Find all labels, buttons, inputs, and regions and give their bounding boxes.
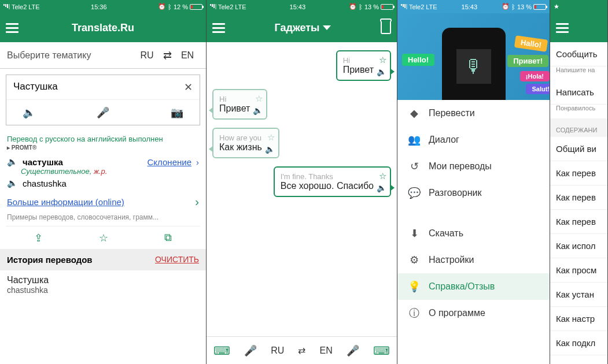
menu-about[interactable]: ⓘО программе <box>397 300 550 326</box>
menu-button[interactable] <box>212 23 225 33</box>
help-section-header: СОДЕРЖАНИ <box>550 118 607 137</box>
signal-icon <box>3 4 10 9</box>
declension-link[interactable]: Склонение <box>148 157 191 167</box>
share-icon[interactable]: ⇪ <box>34 232 43 244</box>
chat-bubble[interactable]: HiПривет☆🔈 <box>212 89 267 120</box>
speak-icon[interactable]: 🔈 <box>377 183 386 192</box>
hero-mic-icon: 🎙 <box>456 49 491 84</box>
signal-icon <box>401 4 407 9</box>
help-list: Сообщить Напишите на Написать Понравилос… <box>550 42 607 364</box>
favorite-icon[interactable]: ☆ <box>379 171 386 181</box>
bubble-translation: Привет <box>343 65 374 75</box>
chevron-down-icon[interactable] <box>323 25 331 30</box>
help-topic[interactable]: Как перев <box>550 185 607 210</box>
speak-icon[interactable]: 🔈 <box>377 67 386 76</box>
history-item[interactable]: Частушка chastushka <box>0 270 206 299</box>
menu-button[interactable] <box>6 23 19 33</box>
copy-icon[interactable]: ⧉ <box>164 232 172 244</box>
menu-translate[interactable]: ◆Перевести <box>397 100 550 127</box>
menu-phrasebook[interactable]: 💬Разговорник <box>397 180 550 206</box>
translate-icon: ◆ <box>408 107 421 120</box>
speak-headword-icon[interactable]: 🔈 <box>7 157 18 167</box>
bubble-translation: Все хорошо. Спасибо <box>281 181 374 191</box>
swap-lang-button[interactable]: ⇄ <box>298 345 305 356</box>
clear-input-button[interactable]: ✕ <box>184 81 193 94</box>
chat-bubble[interactable]: I'm fine. ThanksВсе хорошо. Спасибо☆🔈 <box>274 166 391 197</box>
dst-lang[interactable]: EN <box>320 346 333 356</box>
help-topic[interactable]: Как просм <box>550 258 607 283</box>
help-topic[interactable]: Как испол <box>550 234 607 258</box>
bluetooth-icon: ᛒ <box>168 3 172 10</box>
mic-right-icon[interactable]: 🎤 <box>347 344 359 357</box>
mic-icon[interactable]: 🎤 <box>97 106 109 119</box>
bubble-source: I'm fine. Thanks <box>281 172 374 181</box>
menu-history[interactable]: ↺Мои переводы <box>397 153 550 180</box>
src-lang[interactable]: RU <box>271 346 284 356</box>
help-topic[interactable]: Как перев <box>550 161 607 185</box>
history-query: Частушка <box>7 275 199 285</box>
promt-logo: ▸ PROMT® <box>0 144 206 154</box>
clock: 15:43 <box>290 3 306 10</box>
bubble-translation: Как жизнь <box>219 142 262 153</box>
status-bar: Tele2 LTE 15:36 ⏰ ᛒ 12 % <box>0 0 206 13</box>
status-bar: ★ <box>550 0 607 13</box>
battery-icon <box>190 4 202 10</box>
battery-icon <box>381 4 393 10</box>
speak-translit-icon[interactable]: 🔈 <box>7 178 18 188</box>
history-result: chastushka <box>7 285 199 295</box>
bubble-source: Hi <box>343 56 374 65</box>
topic-selector[interactable]: Выберите тематику <box>7 50 135 61</box>
target-lang[interactable]: EN <box>176 50 199 61</box>
dialog-icon: 👥 <box>408 133 421 146</box>
status-bar: Tele2 LTE 15:43 ⏰ᛒ 13 % <box>397 0 550 13</box>
help-topic[interactable]: Как подкл <box>550 331 607 355</box>
gender: ж.р. <box>94 167 107 176</box>
mic-left-icon[interactable]: 🎤 <box>244 344 257 357</box>
transliteration: chastushka <box>23 179 67 188</box>
signal-icon <box>210 4 216 9</box>
chat-bubble[interactable]: How are youКак жизнь☆🔈 <box>212 128 279 158</box>
source-lang[interactable]: RU <box>135 50 159 61</box>
camera-icon[interactable]: 📷 <box>171 106 183 119</box>
speak-icon[interactable]: 🔈 <box>265 144 275 154</box>
menu-dialog[interactable]: 👥Диалог <box>397 127 550 153</box>
menu-settings[interactable]: ⚙Настройки <box>397 247 550 273</box>
help-review[interactable]: Написать <box>550 80 607 105</box>
keyboard-left-icon[interactable]: ⌨ <box>213 344 230 358</box>
menu-button[interactable] <box>556 23 569 33</box>
swap-lang-button[interactable]: ⇄ <box>159 49 176 62</box>
drawer-menu: ◆Перевести 👥Диалог ↺Мои переводы 💬Разгов… <box>397 100 550 364</box>
chevron-right-icon[interactable]: › <box>195 195 199 209</box>
carrier: Tele2 <box>12 3 27 10</box>
help-topic[interactable]: Общий ви <box>550 137 607 161</box>
part-of-speech: Существительное, <box>21 167 94 176</box>
language-bar: Выберите тематику RU ⇄ EN <box>0 42 206 69</box>
bubble-source: Hi <box>219 95 250 103</box>
help-topic[interactable]: Как устан <box>550 283 607 307</box>
more-info-link[interactable]: Больше информации (online) <box>7 197 124 207</box>
app-header: Translate.Ru <box>0 13 206 42</box>
menu-help[interactable]: 💡Справка/Отзыв <box>397 273 550 300</box>
favorite-icon[interactable]: ☆ <box>255 94 263 104</box>
help-report[interactable]: Сообщить <box>550 42 607 66</box>
translate-input[interactable]: Частушка <box>13 81 58 94</box>
favorite-icon[interactable]: ☆ <box>379 55 386 65</box>
speak-input-icon[interactable]: 🔈 <box>23 106 35 119</box>
favorite-icon[interactable]: ☆ <box>99 232 108 244</box>
download-icon: ⬇ <box>408 227 421 240</box>
clear-history-button[interactable]: ОЧИСТИТЬ <box>155 255 199 265</box>
settings-icon: ⚙ <box>408 254 421 266</box>
favorite-icon[interactable]: ☆ <box>267 132 275 143</box>
input-card: Частушка ✕ 🔈 🎤 📷 <box>6 75 200 125</box>
app-header <box>550 13 607 42</box>
chat-bubble[interactable]: HiПривет☆🔈 <box>336 50 391 81</box>
category-title[interactable]: Гаджеты <box>275 22 320 34</box>
keyboard-right-icon[interactable]: ⌨ <box>373 344 390 358</box>
phrasebook-icon: 💬 <box>408 187 421 199</box>
network: LTE <box>28 3 39 10</box>
speak-icon[interactable]: 🔈 <box>253 106 263 115</box>
menu-download[interactable]: ⬇Скачать <box>397 220 550 247</box>
delete-button[interactable] <box>381 21 391 34</box>
help-topic[interactable]: Как перев <box>550 210 607 234</box>
help-topic[interactable]: Как настр <box>550 307 607 331</box>
